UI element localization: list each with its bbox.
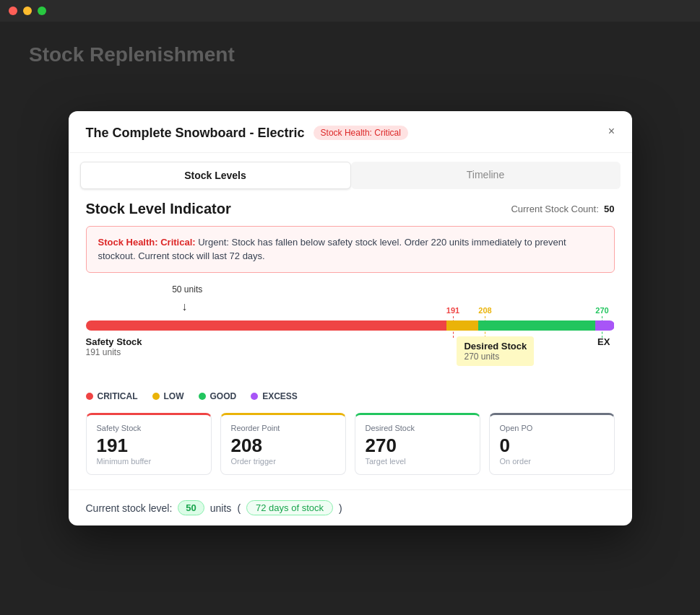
card-reorder-label: Reorder Point — [231, 424, 335, 432]
sli-title: Stock Level Indicator — [86, 201, 231, 217]
footer-days-badge: 72 days of stock — [246, 500, 333, 515]
desired-stock-label-units: 270 units — [464, 352, 527, 362]
card-openpo-value: 0 — [500, 435, 604, 456]
desired-stock-label: Desired Stock 270 units — [457, 336, 534, 366]
legend-dot-good — [199, 393, 206, 400]
card-desired-sub: Target level — [366, 457, 470, 466]
current-stock-count-label: Current Stock Count: 50 — [511, 204, 614, 214]
footer-unit: units — [210, 502, 232, 514]
modal-header: The Complete Snowboard - Electric Stock … — [69, 111, 632, 153]
window-chrome — [0, 0, 700, 22]
traffic-light-yellow[interactable] — [23, 6, 32, 15]
legend-critical: CRITICAL — [86, 391, 138, 401]
metric-cards: Safety Stock 191 Minimum buffer Reorder … — [86, 413, 615, 476]
sli-header: Stock Level Indicator Current Stock Coun… — [86, 201, 615, 217]
bar-segment-excess — [595, 320, 614, 331]
bar-segment-critical — [86, 320, 446, 331]
legend-low: LOW — [152, 391, 184, 401]
current-marker: 50 units ↓ — [86, 284, 615, 320]
card-desired-stock: Desired Stock 270 Target level — [355, 413, 480, 476]
legend-label-excess: EXCESS — [262, 391, 298, 401]
card-open-po: Open PO 0 On order — [489, 413, 615, 476]
modal-product-name: The Complete Snowboard - Electric — [86, 126, 305, 141]
footer-paren-open: ( — [237, 502, 241, 514]
legend: CRITICAL LOW GOOD EXCESS — [86, 391, 615, 401]
safety-stock-label-title: Safety Stock — [86, 336, 142, 347]
legend-dot-low — [152, 393, 160, 400]
bar-track — [86, 320, 615, 331]
traffic-light-green[interactable] — [38, 6, 46, 15]
bar-segment-low — [446, 320, 478, 331]
tab-stock-levels[interactable]: Stock Levels — [80, 162, 351, 189]
traffic-light-red[interactable] — [9, 6, 17, 15]
tab-timeline[interactable]: Timeline — [351, 162, 621, 189]
footer-stock-badge: 50 — [178, 500, 204, 515]
current-stock-value: 50 — [604, 204, 614, 214]
alert-label: Stock Health: Critical: — [98, 237, 196, 248]
modal-overlay: The Complete Snowboard - Electric Stock … — [0, 22, 700, 615]
bar-segment-good — [478, 320, 595, 331]
legend-excess: EXCESS — [251, 391, 298, 401]
tabs-container: Stock Levels Timeline — [69, 153, 632, 189]
health-badge: Stock Health: Critical — [314, 126, 408, 140]
bar-labels: Safety Stock 191 units Desired Stock 270… — [86, 336, 615, 380]
card-safety-sub: Minimum buffer — [97, 457, 201, 466]
close-button[interactable]: × — [603, 123, 621, 140]
ex-label: EX — [597, 336, 610, 347]
card-reorder-point: Reorder Point 208 Order trigger — [220, 413, 346, 476]
ex-label-title: EX — [597, 336, 610, 347]
modal-container: The Complete Snowboard - Electric Stock … — [69, 111, 632, 526]
legend-dot-excess — [251, 393, 258, 400]
card-safety-value: 191 — [97, 435, 201, 456]
modal-footer: Current stock level: 50 units ( 72 days … — [69, 489, 632, 525]
safety-stock-label-units: 191 units — [86, 347, 142, 357]
safety-stock-label: Safety Stock 191 units — [86, 336, 142, 357]
bar-wrapper: 191 208 270 — [86, 320, 615, 331]
card-reorder-sub: Order trigger — [231, 457, 335, 466]
card-desired-value: 270 — [366, 435, 470, 456]
legend-good: GOOD — [199, 391, 237, 401]
footer-paren-close: ) — [339, 502, 342, 514]
desired-stock-label-title: Desired Stock — [464, 341, 527, 352]
modal-body: Stock Level Indicator Current Stock Coun… — [69, 189, 632, 490]
arrow-down-icon: ↓ — [181, 300, 187, 313]
card-safety-stock: Safety Stock 191 Minimum buffer — [86, 413, 212, 476]
alert-box: Stock Health: Critical: Urgent: Stock ha… — [86, 226, 615, 273]
card-reorder-value: 208 — [231, 435, 335, 456]
legend-dot-critical — [86, 393, 93, 400]
card-safety-label: Safety Stock — [97, 424, 201, 432]
legend-label-low: LOW — [164, 391, 184, 401]
stock-bar-area: 50 units ↓ 191 208 — [86, 284, 615, 380]
card-desired-label: Desired Stock — [366, 424, 470, 432]
legend-label-critical: CRITICAL — [98, 391, 138, 401]
legend-label-good: GOOD — [210, 391, 237, 401]
footer-label: Current stock level: — [86, 502, 173, 514]
current-units-label: 50 units — [165, 284, 209, 295]
card-openpo-label: Open PO — [500, 424, 604, 432]
card-openpo-sub: On order — [500, 457, 604, 466]
